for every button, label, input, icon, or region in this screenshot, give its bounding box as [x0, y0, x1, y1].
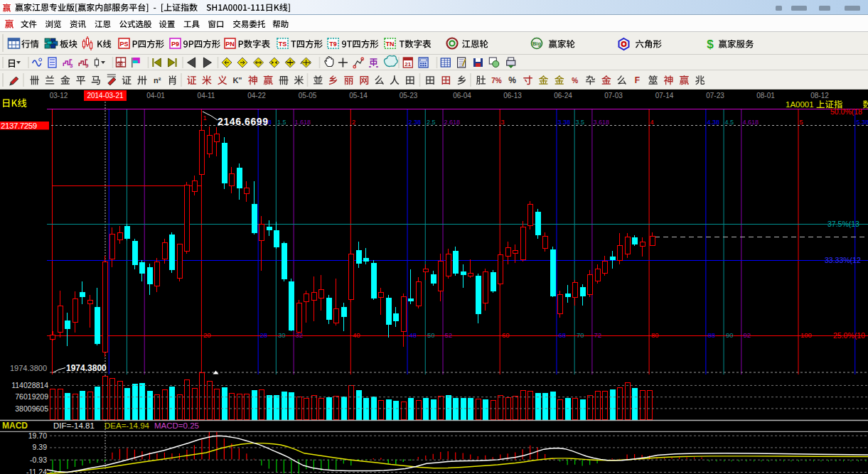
svg-text:Big: Big [532, 41, 542, 47]
svg-text:2014-03-21: 2014-03-21 [87, 92, 124, 99]
svg-text:2146.6699: 2146.6699 [218, 116, 269, 127]
svg-text:68: 68 [559, 331, 567, 339]
svg-text:5.38: 5.38 [857, 119, 868, 126]
svg-text:MACD: MACD [2, 421, 28, 431]
svg-text:05-23: 05-23 [400, 92, 418, 99]
svg-text:48: 48 [409, 331, 417, 339]
svg-text:21: 21 [404, 61, 411, 68]
svg-text:72: 72 [594, 331, 602, 339]
svg-text:4.618: 4.618 [743, 119, 759, 126]
svg-text:40: 40 [353, 331, 360, 339]
svg-text:1974.3800: 1974.3800 [66, 363, 107, 373]
svg-text:9.39: 9.39 [33, 443, 48, 451]
svg-text:37.5%(13: 37.5%(13 [827, 220, 859, 228]
svg-text:88: 88 [708, 331, 716, 339]
svg-text:28: 28 [260, 331, 268, 339]
svg-text:MACD=0.25: MACD=0.25 [154, 421, 199, 430]
svg-text:1A0001: 1A0001 [786, 100, 814, 109]
svg-text:90: 90 [726, 331, 734, 339]
svg-text:4.5: 4.5 [725, 119, 734, 126]
svg-text:PS: PS [119, 41, 128, 48]
svg-text:06-13: 06-13 [503, 92, 522, 99]
svg-text:19.70: 19.70 [28, 431, 47, 440]
svg-text:F: F [635, 75, 640, 85]
svg-text:03-12: 03-12 [50, 92, 68, 99]
svg-text:50.0%(18: 50.0%(18 [830, 107, 862, 116]
svg-text:TS: TS [279, 41, 287, 48]
svg-text:80: 80 [651, 331, 659, 339]
svg-text:50: 50 [427, 331, 435, 339]
svg-text:1: 1 [203, 114, 207, 122]
svg-text:9: 9 [85, 63, 89, 69]
svg-text:2.38: 2.38 [409, 119, 422, 126]
svg-text:2: 2 [352, 119, 355, 126]
svg-text:K": K" [232, 76, 242, 85]
svg-text:2137.7259: 2137.7259 [1, 122, 37, 130]
svg-text:2.618: 2.618 [444, 119, 461, 126]
svg-text:%: % [508, 75, 516, 85]
svg-text:4: 4 [650, 119, 654, 126]
svg-text:06-04: 06-04 [453, 92, 471, 99]
svg-text:4.38: 4.38 [707, 119, 720, 126]
svg-text:-0.93: -0.93 [30, 456, 47, 464]
svg-text:76019209: 76019209 [15, 392, 48, 401]
svg-text:60: 60 [502, 331, 510, 339]
svg-text:3: 3 [501, 119, 505, 126]
svg-text:%: % [572, 77, 578, 85]
svg-text:PN: PN [225, 41, 235, 48]
svg-text:04-22: 04-22 [247, 92, 266, 99]
svg-text:P9: P9 [171, 41, 179, 48]
svg-text:3.38: 3.38 [558, 119, 571, 126]
svg-text:38009605: 38009605 [15, 404, 48, 413]
svg-text:33.33%(12: 33.33%(12 [825, 256, 861, 264]
svg-text:1974.3800: 1974.3800 [10, 364, 47, 372]
svg-text:08-12: 08-12 [810, 92, 829, 99]
svg-text:1.618: 1.618 [295, 119, 311, 126]
svg-text:-11.24: -11.24 [26, 468, 47, 474]
svg-text:n²: n² [154, 76, 161, 85]
svg-text:92: 92 [744, 331, 751, 339]
svg-text:100: 100 [800, 331, 812, 339]
svg-text:06-24: 06-24 [554, 92, 572, 99]
svg-text:TN: TN [386, 41, 395, 48]
svg-text:T9: T9 [329, 41, 337, 48]
svg-text:07-14: 07-14 [655, 92, 674, 99]
svg-text:$: $ [707, 38, 714, 51]
svg-text:5: 5 [800, 119, 803, 126]
svg-text:3: 3 [70, 63, 73, 69]
svg-text:3.618: 3.618 [594, 119, 610, 126]
svg-text:2.5: 2.5 [427, 119, 436, 126]
svg-text:04-11: 04-11 [198, 92, 215, 99]
svg-text:04-01: 04-01 [146, 92, 165, 99]
svg-text:07-03: 07-03 [604, 92, 623, 99]
svg-text:7%: 7% [491, 77, 502, 85]
svg-text:1.5: 1.5 [277, 119, 286, 126]
svg-text:DEA=-14.94: DEA=-14.94 [105, 421, 150, 430]
svg-text:114028814: 114028814 [11, 381, 48, 389]
svg-text:3.5: 3.5 [576, 119, 585, 126]
svg-text:05-14: 05-14 [349, 92, 368, 99]
svg-text:08-01: 08-01 [756, 92, 775, 99]
svg-text:30: 30 [278, 331, 286, 339]
svg-text:05-05: 05-05 [299, 92, 317, 99]
svg-text:25.0%(10: 25.0%(10 [833, 331, 865, 340]
svg-text:DIF=-14.81: DIF=-14.81 [53, 421, 95, 430]
svg-text:70: 70 [577, 331, 584, 339]
svg-text:20: 20 [203, 331, 211, 339]
svg-text:07-23: 07-23 [706, 92, 724, 99]
svg-text:52: 52 [445, 331, 453, 339]
